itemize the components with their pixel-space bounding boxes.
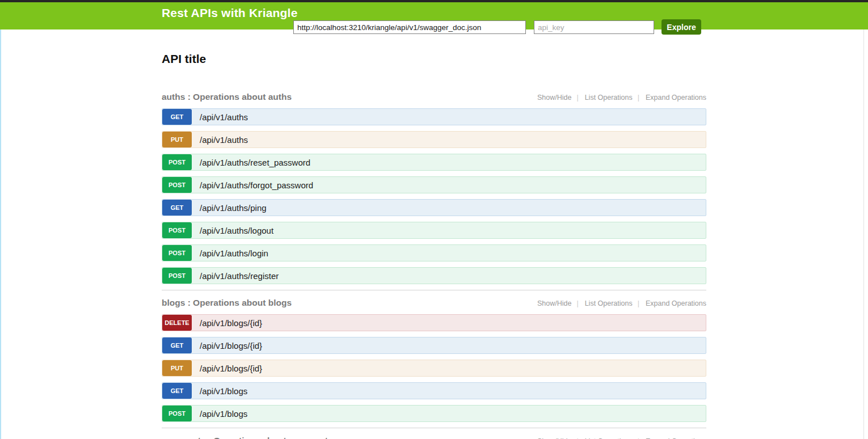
method-badge: DELETE bbox=[162, 315, 192, 331]
show-hide-link[interactable]: Show/Hide bbox=[537, 94, 571, 102]
endpoint-row[interactable]: POST /api/v1/auths/register bbox=[162, 267, 706, 284]
section-divider bbox=[162, 428, 706, 428]
endpoint-row[interactable]: PUT /api/v1/auths bbox=[162, 131, 706, 148]
method-badge: GET bbox=[162, 383, 192, 399]
list-operations-link[interactable]: List Operations bbox=[571, 299, 632, 307]
method-badge: POST bbox=[162, 177, 192, 193]
method-badge: PUT bbox=[162, 132, 192, 147]
endpoint-path-link[interactable]: /api/v1/auths/ping bbox=[192, 200, 267, 216]
method-badge: POST bbox=[162, 268, 192, 284]
explore-form: Explore bbox=[0, 2, 868, 29]
app-header: Rest APIs with Kriangle Explore bbox=[0, 2, 868, 29]
section-comments-header: comments : Operations about comments Sho… bbox=[162, 436, 706, 439]
section-blogs: blogs : Operations about blogs Show/Hide… bbox=[162, 298, 706, 422]
endpoint-path-link[interactable]: /api/v1/blogs bbox=[192, 406, 247, 421]
endpoint-row[interactable]: POST /api/v1/auths/login bbox=[162, 244, 706, 261]
section-blogs-controls: Show/HideList OperationsExpand Operation… bbox=[537, 299, 706, 307]
endpoint-row[interactable]: POST /api/v1/auths/reset_password bbox=[162, 154, 706, 171]
endpoint-path-link[interactable]: /api/v1/auths bbox=[192, 109, 248, 125]
endpoint-row[interactable]: POST /api/v1/blogs bbox=[162, 405, 706, 422]
section-auths-controls: Show/HideList OperationsExpand Operation… bbox=[537, 94, 706, 102]
api-docs-container: API title auths : Operations about auths… bbox=[162, 52, 706, 439]
left-edge-highlight bbox=[0, 29, 1, 439]
method-badge: GET bbox=[162, 337, 192, 353]
endpoint-row[interactable]: DELETE /api/v1/blogs/{id} bbox=[162, 314, 706, 331]
method-badge: POST bbox=[162, 222, 192, 238]
api-key-input[interactable] bbox=[534, 20, 654, 34]
endpoint-row[interactable]: GET /api/v1/auths/ping bbox=[162, 199, 706, 216]
endpoint-path-link[interactable]: /api/v1/auths/logout bbox=[192, 222, 273, 238]
endpoint-row[interactable]: POST /api/v1/auths/logout bbox=[162, 222, 706, 239]
section-blogs-heading[interactable]: blogs : Operations about blogs bbox=[162, 298, 292, 308]
endpoint-row[interactable]: POST /api/v1/auths/forgot_password bbox=[162, 176, 706, 193]
endpoint-path-link[interactable]: /api/v1/auths bbox=[192, 132, 248, 147]
endpoint-path-link[interactable]: /api/v1/auths/forgot_password bbox=[192, 177, 313, 193]
method-badge: PUT bbox=[162, 360, 192, 376]
section-auths-heading[interactable]: auths : Operations about auths bbox=[162, 92, 292, 102]
endpoint-path-link[interactable]: /api/v1/auths/register bbox=[192, 268, 279, 284]
expand-operations-link[interactable]: Expand Operations bbox=[633, 299, 706, 307]
section-divider bbox=[162, 290, 706, 290]
endpoint-path-link[interactable]: /api/v1/auths/reset_password bbox=[192, 154, 310, 170]
section-auths-endpoints: GET /api/v1/auths PUT /api/v1/auths POST… bbox=[162, 108, 706, 284]
swagger-url-input[interactable] bbox=[293, 20, 526, 34]
section-auths: auths : Operations about auths Show/Hide… bbox=[162, 92, 706, 284]
endpoint-path-link[interactable]: /api/v1/blogs/{id} bbox=[192, 315, 262, 331]
method-badge: POST bbox=[162, 154, 192, 170]
list-operations-link[interactable]: List Operations bbox=[571, 94, 632, 102]
endpoint-row[interactable]: PUT /api/v1/blogs/{id} bbox=[162, 360, 706, 377]
section-blogs-endpoints: DELETE /api/v1/blogs/{id} GET /api/v1/bl… bbox=[162, 314, 706, 422]
endpoint-path-link[interactable]: /api/v1/auths/login bbox=[192, 245, 268, 261]
section-comments-heading[interactable]: comments : Operations about comments bbox=[162, 436, 332, 439]
endpoint-path-link[interactable]: /api/v1/blogs bbox=[192, 383, 247, 399]
explore-button[interactable]: Explore bbox=[661, 19, 701, 35]
page-title: API title bbox=[162, 52, 706, 66]
method-badge: GET bbox=[162, 109, 192, 125]
right-edge-line bbox=[863, 29, 864, 439]
section-blogs-header: blogs : Operations about blogs Show/Hide… bbox=[162, 298, 706, 308]
method-badge: GET bbox=[162, 200, 192, 216]
endpoint-row[interactable]: GET /api/v1/auths bbox=[162, 108, 706, 125]
expand-operations-link[interactable]: Expand Operations bbox=[633, 94, 706, 102]
show-hide-link[interactable]: Show/Hide bbox=[537, 299, 571, 307]
method-badge: POST bbox=[162, 245, 192, 261]
endpoint-path-link[interactable]: /api/v1/blogs/{id} bbox=[192, 337, 262, 353]
endpoint-path-link[interactable]: /api/v1/blogs/{id} bbox=[192, 360, 262, 376]
section-auths-header: auths : Operations about auths Show/Hide… bbox=[162, 92, 706, 102]
endpoint-row[interactable]: GET /api/v1/blogs bbox=[162, 382, 706, 399]
method-badge: POST bbox=[162, 406, 192, 421]
endpoint-row[interactable]: GET /api/v1/blogs/{id} bbox=[162, 337, 706, 354]
section-comments: comments : Operations about comments Sho… bbox=[162, 436, 706, 439]
